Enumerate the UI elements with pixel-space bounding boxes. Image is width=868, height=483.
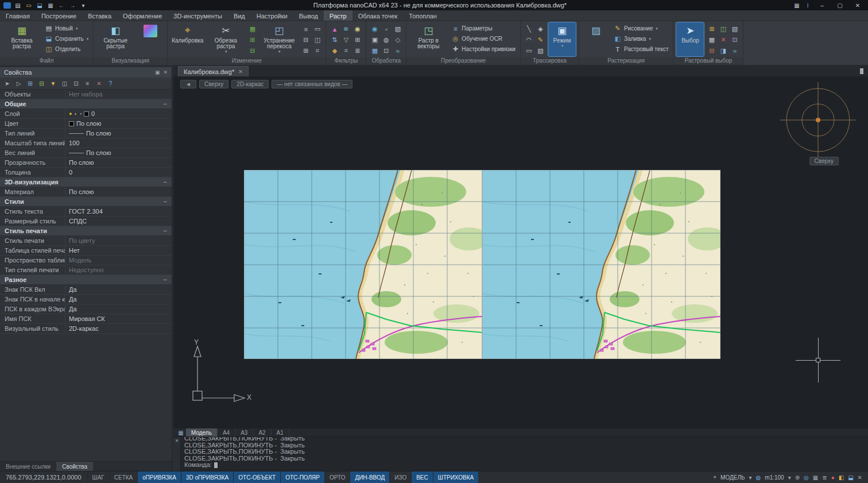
ribbon-button-raster-select[interactable]: ➤Выбор (676, 22, 704, 56)
close-icon[interactable]: ✕ (163, 69, 168, 75)
ribbon-button-parameters[interactable]: ≡Параметры (450, 24, 517, 33)
ribbon-small-icon-button[interactable]: ◈ (535, 24, 546, 34)
property-value-cell[interactable]: ●◐▪0 (65, 109, 172, 118)
ribbon-small-icon-button[interactable]: ▣ (369, 35, 380, 45)
view-direction-control[interactable]: Сверху (199, 80, 228, 88)
property-section-Стили[interactable]: Стили− (0, 197, 172, 207)
ribbon-small-icon-button[interactable]: ◇ (392, 35, 403, 45)
ribbon-small-icon-button[interactable]: ≡ (300, 24, 311, 34)
document-tab[interactable]: Калибровка.dwg* ✕ (178, 66, 249, 76)
pin-icon[interactable]: ▣ (155, 69, 160, 75)
ribbon-button-visualization-palette[interactable] (137, 22, 164, 56)
collapse-icon[interactable]: − (163, 198, 167, 206)
property-row[interactable]: Знак ПСК ВклДа (0, 285, 172, 295)
menu-item-Главная[interactable]: Главная (0, 10, 36, 21)
ribbon-small-icon-button[interactable]: ⊟ (706, 46, 717, 56)
annotation-scale-icon[interactable]: ◍ (756, 474, 761, 481)
drawing-canvas[interactable]: ◄Сверху2D-каркас— нет связанных видов — (173, 76, 868, 428)
menu-item-Оформление[interactable]: Оформление (117, 10, 168, 21)
linked-views-control[interactable]: — нет связанных видов — (272, 80, 352, 88)
ribbon-small-icon-button[interactable]: ⊞ (300, 46, 311, 56)
clear-icon[interactable]: ✕ (94, 79, 104, 88)
status-toggle-СЕТКА[interactable]: СЕТКА (109, 472, 138, 483)
clean-screen-icon[interactable]: ✕ (858, 474, 862, 481)
property-value-cell[interactable]: По слою (65, 187, 172, 196)
property-row[interactable]: Визуальный стиль2D-каркас (0, 324, 172, 334)
ribbon-small-icon-button[interactable]: ≈ (392, 46, 403, 56)
property-value-cell[interactable]: 2D-каркас (65, 324, 172, 333)
property-value-cell[interactable]: Да (65, 295, 172, 304)
document-tab-close-icon[interactable]: ✕ (238, 69, 243, 75)
menu-item-3D-инструменты[interactable]: 3D-инструменты (168, 10, 228, 21)
layer-status-icon[interactable]: ◧ (839, 474, 844, 481)
status-toggle-оПРИВЯЗКА[interactable]: оПРИВЯЗКА (137, 472, 181, 483)
ribbon-small-icon-button[interactable]: ✕ (718, 35, 728, 45)
ucs-status-icon[interactable]: ⌖ (713, 474, 716, 481)
compass-view-label[interactable]: Сверху (809, 157, 839, 165)
status-toggle-ШТРИХОВКА[interactable]: ШТРИХОВКА (433, 472, 478, 483)
ribbon-small-icon-button[interactable]: ▽ (340, 35, 351, 45)
table-blue-icon[interactable]: ⊞ (25, 79, 35, 88)
ribbon-small-icon-button[interactable]: ▭ (312, 24, 323, 34)
calculator-icon[interactable]: ▦ (792, 1, 801, 9)
property-row[interactable]: Имя ПСКМировая СК (0, 314, 172, 324)
ribbon-button-ocr-training[interactable]: ◎Обучение OCR (450, 34, 517, 44)
property-value-cell[interactable]: Недоступно (65, 265, 172, 275)
ribbon-small-icon-button[interactable]: ◫ (312, 35, 323, 45)
property-section-3D-визуализация[interactable]: 3D-визуализация− (0, 177, 172, 187)
ribbon-small-icon-button[interactable]: ▭ (524, 46, 534, 56)
undo-icon[interactable]: ← (57, 1, 66, 9)
status-toggle-ШАГ[interactable]: ШАГ (87, 472, 109, 483)
ribbon-small-icon-button[interactable]: ◫ (718, 24, 728, 34)
status-toggle-3D оПРИВЯЗКА[interactable]: 3D оПРИВЯЗКА (181, 472, 233, 483)
ribbon-button-raster-text[interactable]: TРастровый текст (612, 44, 671, 54)
help-icon[interactable]: ? (106, 79, 115, 88)
notification-icon[interactable]: ● (831, 474, 835, 481)
property-value-cell[interactable]: По слою (65, 129, 172, 138)
ribbon-button-snap-settings[interactable]: ✚Настройки привязки (450, 44, 517, 54)
ribbon-button-raster-to-vector[interactable]: ◳Растр в векторы (409, 22, 447, 56)
ribbon-small-icon-button[interactable]: ⊟ (300, 35, 311, 45)
grid-display-icon[interactable]: ▦ (813, 474, 818, 481)
new-doc-icon[interactable]: ▤ (13, 1, 22, 9)
property-value-cell[interactable]: Нет (65, 246, 172, 255)
ribbon-small-icon-button[interactable]: ⊞ (247, 35, 258, 45)
property-row[interactable]: Таблица стилей печатиНет (0, 246, 172, 256)
ribbon-small-icon-button[interactable]: ⊡ (729, 35, 740, 45)
panel-tab-Внешние ссылки[interactable]: Внешние ссылки (0, 462, 56, 471)
property-row[interactable]: Стиль текстаГОСТ 2.304 (0, 207, 172, 217)
ribbon-small-icon-button[interactable]: ⌗ (312, 46, 323, 56)
command-input-line[interactable]: Команда: (184, 462, 305, 469)
menu-item-Вставка[interactable]: Вставка (82, 10, 117, 21)
property-row[interactable]: МатериалПо слою (0, 187, 172, 197)
layout-tab-Модель[interactable]: Модель (186, 428, 218, 436)
maximize-button[interactable]: ▢ (832, 0, 848, 10)
ribbon-button-draw[interactable]: ✎Рисование▾ (612, 24, 671, 33)
property-section-Общие[interactable]: Общие− (0, 99, 172, 109)
ribbon-small-icon-button[interactable]: ▧ (535, 46, 546, 56)
ribbon-small-icon-button[interactable]: ◆ (329, 46, 340, 56)
tab-list-dropdown-icon[interactable]: ▾ (860, 68, 863, 74)
property-row[interactable]: Вес линийПо слою (0, 148, 172, 158)
zoom-icon[interactable]: ⊕ (795, 474, 800, 481)
quick-select-icon[interactable]: ▷ (14, 79, 24, 88)
ribbon-small-icon-button[interactable]: ╲ (524, 24, 534, 34)
ribbon-small-icon-button[interactable]: ≈ (729, 46, 740, 56)
ribbon-small-icon-button[interactable]: ⊞ (352, 35, 363, 45)
ribbon-small-icon-button[interactable]: ◠ (524, 35, 534, 45)
redo-icon[interactable]: → (68, 1, 77, 9)
property-section-Разное[interactable]: Разное− (0, 275, 172, 285)
layout-tab-А2[interactable]: А2 (253, 428, 271, 436)
ribbon-button-fill[interactable]: ◧Заливка▾ (612, 34, 671, 44)
table-green-icon[interactable]: ⊟ (37, 79, 46, 88)
property-row[interactable]: ОбъектыНет набора (0, 90, 172, 99)
save-icon[interactable]: ⬓ (35, 1, 44, 9)
collapse-icon[interactable]: − (163, 227, 167, 235)
ribbon-small-icon-button[interactable]: ⊡ (381, 46, 392, 56)
select-objects-icon[interactable]: ➤ (2, 79, 12, 88)
settings-icon[interactable]: ≡ (83, 79, 92, 88)
command-close-icon[interactable]: ✕ (175, 438, 179, 443)
property-row[interactable]: ПСК в каждом ВЭкранеДа (0, 304, 172, 314)
panel-tab-Свойства[interactable]: Свойства (56, 462, 93, 471)
ribbon-small-icon-button[interactable]: ▧ (729, 24, 740, 34)
